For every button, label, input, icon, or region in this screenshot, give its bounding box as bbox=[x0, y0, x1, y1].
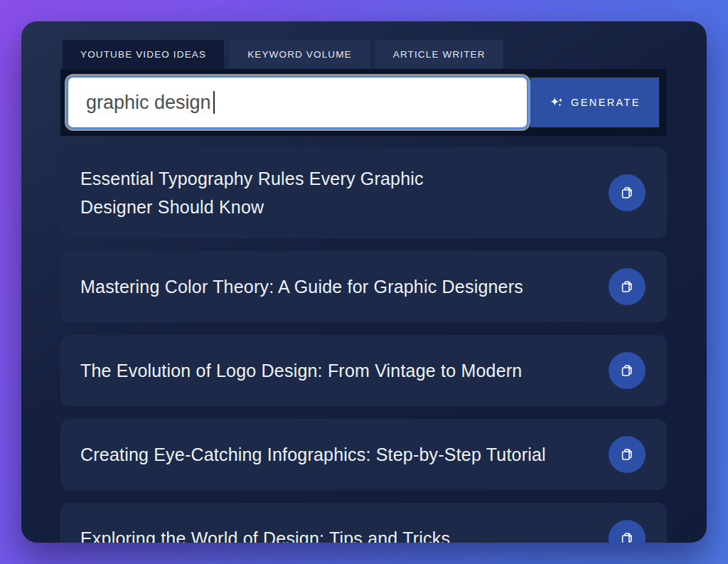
copy-icon bbox=[619, 447, 635, 462]
result-item: Essential Typography Rules Every Graphic… bbox=[60, 147, 667, 238]
tab-article-writer[interactable]: ARTICLE WRITER bbox=[375, 40, 503, 69]
tab-bar: YOUTUBE VIDEO IDEAS KEYWORD VOLUME ARTIC… bbox=[63, 40, 669, 69]
keyword-input-value: graphic design bbox=[86, 92, 211, 114]
result-item: Exploring the World of Design: Tips and … bbox=[60, 503, 667, 543]
search-bar: graphic design GENERATE bbox=[60, 69, 667, 136]
copy-button[interactable] bbox=[609, 174, 646, 211]
tab-label: KEYWORD VOLUME bbox=[247, 49, 352, 60]
text-cursor bbox=[213, 91, 215, 114]
result-title: Creating Eye-Catching Infographics: Step… bbox=[80, 440, 546, 469]
copy-button[interactable] bbox=[609, 352, 646, 389]
copy-button[interactable] bbox=[609, 436, 646, 473]
copy-icon bbox=[619, 185, 635, 201]
copy-button[interactable] bbox=[609, 520, 646, 543]
tab-label: YOUTUBE VIDEO IDEAS bbox=[80, 49, 206, 60]
sparkles-icon bbox=[549, 95, 564, 110]
tab-label: ARTICLE WRITER bbox=[393, 49, 486, 60]
result-title: Mastering Color Theory: A Guide for Grap… bbox=[80, 272, 523, 301]
copy-icon bbox=[619, 531, 635, 543]
copy-icon bbox=[619, 363, 635, 378]
result-title: The Evolution of Logo Design: From Vinta… bbox=[80, 356, 522, 385]
result-item: The Evolution of Logo Design: From Vinta… bbox=[60, 335, 667, 406]
panel-content: YOUTUBE VIDEO IDEAS KEYWORD VOLUME ARTIC… bbox=[21, 21, 707, 543]
results-list: Essential Typography Rules Every Graphic… bbox=[60, 147, 669, 543]
result-item: Mastering Color Theory: A Guide for Grap… bbox=[60, 251, 667, 322]
keyword-input[interactable]: graphic design bbox=[67, 76, 528, 129]
result-title: Essential Typography Rules Every Graphic… bbox=[80, 164, 493, 221]
result-item: Creating Eye-Catching Infographics: Step… bbox=[60, 419, 667, 490]
tab-youtube-video-ideas[interactable]: YOUTUBE VIDEO IDEAS bbox=[63, 40, 224, 69]
main-panel: YOUTUBE VIDEO IDEAS KEYWORD VOLUME ARTIC… bbox=[21, 21, 707, 543]
copy-button[interactable] bbox=[609, 268, 646, 305]
generate-button[interactable]: GENERATE bbox=[530, 78, 659, 127]
result-title: Exploring the World of Design: Tips and … bbox=[80, 524, 450, 543]
tab-keyword-volume[interactable]: KEYWORD VOLUME bbox=[230, 40, 370, 69]
generate-button-label: GENERATE bbox=[571, 97, 641, 108]
copy-icon bbox=[619, 279, 635, 294]
